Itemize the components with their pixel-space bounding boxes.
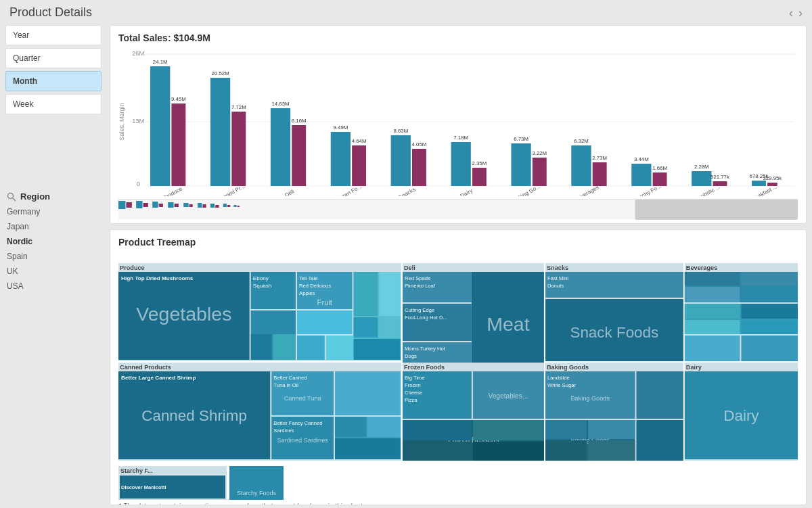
svg-rect-26 [352, 145, 366, 186]
filter-month[interactable]: Month [5, 71, 102, 91]
svg-text:Better Canned: Better Canned [273, 375, 307, 381]
bar-chart-svg: 26M 13M 0 Sales, Margin 24.1M 9.45M [118, 47, 798, 196]
chart-title: Total Sales: $104.9M [118, 32, 798, 43]
svg-text:Dairy: Dairy [723, 407, 759, 424]
svg-rect-102 [326, 336, 354, 360]
nav-next[interactable]: › [798, 7, 803, 19]
svg-text:Vegetables: Vegetables [136, 303, 231, 325]
svg-text:26M: 26M [132, 50, 144, 57]
svg-text:Pizza: Pizza [405, 397, 418, 403]
filter-quarter[interactable]: Quarter [5, 48, 102, 68]
svg-text:329.95k: 329.95k [763, 175, 782, 181]
svg-text:Snack Foods: Snack Foods [570, 324, 658, 341]
nav-prev[interactable]: ‹ [789, 7, 793, 19]
svg-text:Fruit: Fruit [317, 298, 332, 306]
svg-rect-175 [403, 442, 472, 461]
svg-text:4.64M: 4.64M [352, 138, 367, 144]
svg-rect-157 [335, 371, 401, 415]
svg-text:Sardines: Sardines [273, 428, 294, 434]
svg-text:Dogs: Dogs [405, 353, 417, 359]
treemap-title: Product Treemap [118, 237, 798, 248]
svg-rect-80 [227, 205, 230, 207]
treemap-svg: Produce High Top Dried Mushrooms Vegetab… [118, 253, 798, 463]
svg-text:Dairy: Dairy [686, 364, 702, 371]
svg-text:1.66M: 1.66M [652, 165, 667, 171]
svg-text:3.22M: 3.22M [532, 150, 547, 156]
svg-text:White Sugar: White Sugar [547, 382, 576, 388]
nav-arrows: ‹ › [789, 7, 803, 19]
svg-text:Cheese: Cheese [405, 390, 422, 396]
svg-text:7.72M: 7.72M [231, 104, 246, 110]
svg-rect-78 [215, 205, 219, 208]
svg-text:Red Delicious: Red Delicious [299, 283, 331, 289]
svg-rect-105 [379, 272, 401, 316]
svg-rect-108 [379, 317, 401, 338]
svg-rect-75 [198, 203, 202, 208]
svg-text:2.73M: 2.73M [592, 155, 607, 161]
filter-week[interactable]: Week [5, 94, 102, 114]
svg-text:Dairy: Dairy [459, 187, 474, 196]
filter-year[interactable]: Year [5, 25, 102, 45]
region-japan[interactable]: Japan [5, 219, 102, 234]
region-list: Germany Japan Nordic Spain UK USA [5, 204, 102, 294]
svg-rect-159 [335, 417, 366, 437]
bar-chart-panel: Total Sales: $104.9M 26M 13M 0 Sales, Ma… [110, 25, 807, 224]
svg-text:Canned Products: Canned Products [120, 364, 171, 371]
svg-rect-16 [231, 112, 246, 186]
svg-text:Snacks: Snacks [547, 264, 568, 271]
svg-rect-107 [354, 317, 378, 338]
svg-text:9.49M: 9.49M [334, 124, 348, 131]
svg-rect-135 [741, 336, 798, 361]
svg-text:Squash: Squash [253, 283, 272, 289]
svg-text:Fast Mini: Fast Mini [547, 275, 568, 281]
svg-rect-66 [127, 202, 132, 208]
svg-rect-71 [168, 202, 173, 208]
svg-text:Baking Goods: Baking Goods [547, 364, 589, 371]
svg-rect-190 [588, 440, 635, 461]
svg-rect-141 [741, 304, 798, 319]
svg-rect-21 [292, 125, 306, 186]
treemap-footnote: * The data set contains negative or zero… [118, 503, 798, 505]
svg-text:Donuts: Donuts [547, 283, 564, 289]
svg-rect-51 [653, 172, 667, 186]
svg-rect-83 [635, 200, 798, 220]
svg-rect-134 [685, 336, 740, 361]
region-spain[interactable]: Spain [5, 249, 102, 264]
svg-text:6.73M: 6.73M [514, 136, 528, 142]
svg-rect-69 [152, 202, 158, 208]
svg-text:Sales, Margin: Sales, Margin [118, 103, 125, 141]
svg-text:Meat: Meat [487, 313, 530, 335]
svg-text:2.28M: 2.28M [694, 164, 709, 170]
svg-rect-19 [271, 108, 290, 186]
svg-text:Sardined Sardines: Sardined Sardines [277, 437, 328, 444]
region-usa[interactable]: USA [5, 279, 102, 294]
svg-rect-49 [631, 164, 651, 186]
region-germany[interactable]: Germany [5, 204, 102, 219]
svg-text:Big Time: Big Time [405, 375, 425, 381]
svg-rect-82 [238, 206, 240, 207]
bar-chart-container: 26M 13M 0 Sales, Margin 24.1M 9.45M [118, 47, 798, 196]
svg-text:13M: 13M [132, 118, 144, 124]
region-nordic[interactable]: Nordic [5, 234, 102, 249]
svg-rect-188 [588, 420, 635, 439]
time-filters: Year Quarter Month Week [5, 25, 102, 117]
svg-rect-187 [545, 420, 587, 439]
chart-scroll-area[interactable] [118, 199, 798, 219]
svg-rect-136 [685, 272, 740, 285]
svg-rect-174 [473, 420, 544, 440]
svg-text:Vegetables...: Vegetables... [488, 392, 528, 400]
region-uk[interactable]: UK [5, 264, 102, 279]
svg-rect-9 [150, 66, 170, 186]
sidebar: Year Quarter Month Week Region [0, 22, 107, 508]
svg-rect-11 [171, 103, 185, 186]
svg-rect-173 [403, 420, 472, 440]
svg-rect-77 [210, 204, 215, 208]
svg-rect-54 [692, 171, 711, 186]
svg-text:Frozen: Frozen [405, 382, 421, 388]
starchy-label: Starchy F... Discover Manicotti [118, 466, 227, 500]
svg-rect-140 [685, 304, 740, 319]
region-label: Region [20, 191, 50, 202]
svg-text:Ebony: Ebony [253, 275, 269, 281]
svg-rect-142 [685, 320, 740, 334]
chart-scroll-svg [118, 200, 798, 220]
